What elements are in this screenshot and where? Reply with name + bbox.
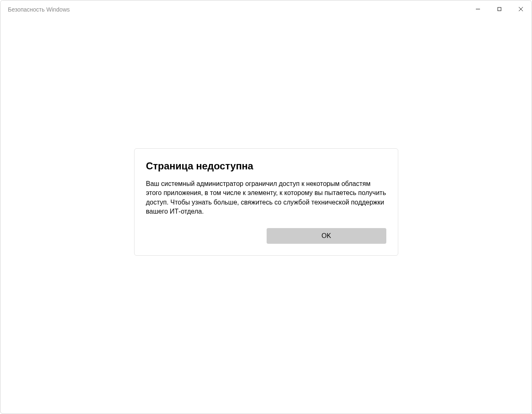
- ok-button[interactable]: OK: [267, 228, 386, 244]
- close-icon: [518, 7, 523, 13]
- minimize-icon: [475, 7, 480, 13]
- maximize-button[interactable]: [489, 0, 510, 19]
- app-window: Безопасность Windows: [0, 0, 532, 414]
- svg-rect-1: [498, 7, 501, 11]
- dialog-title: Страница недоступна: [146, 160, 386, 172]
- window-title: Безопасность Windows: [8, 6, 70, 13]
- maximize-icon: [497, 7, 502, 13]
- dialog-message: Ваш системный администратор ограничил до…: [146, 179, 386, 217]
- close-button[interactable]: [510, 0, 532, 19]
- minimize-button[interactable]: [467, 0, 489, 19]
- dialog-actions: OK: [146, 228, 386, 244]
- window-controls: [467, 0, 532, 19]
- title-bar: Безопасность Windows: [0, 0, 532, 19]
- content-area: Страница недоступна Ваш системный админи…: [0, 19, 532, 414]
- access-denied-dialog: Страница недоступна Ваш системный админи…: [134, 148, 398, 256]
